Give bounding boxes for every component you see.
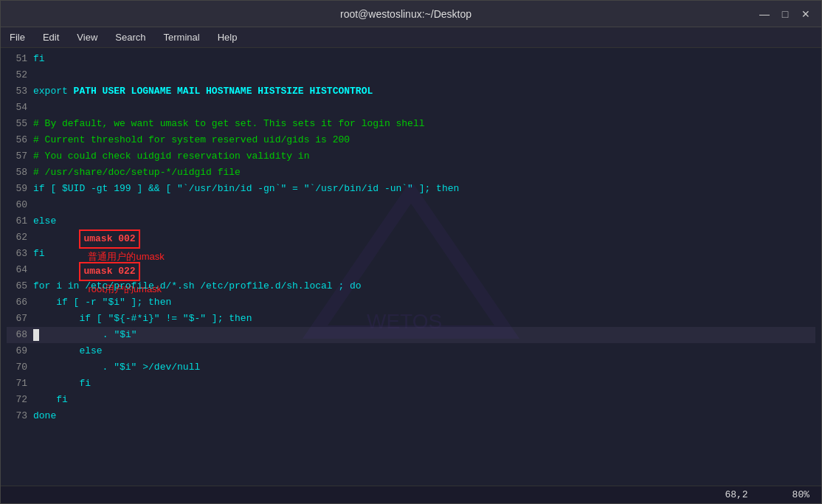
code-line-67: 67 if [ "${-#*i}" != "$-" ]; then — [7, 311, 815, 327]
title-bar: root@westoslinux:~/Desktop — □ ✕ — [1, 1, 821, 27]
code-line-70: 70 . "$i" >/dev/null — [7, 359, 815, 376]
cursor-position: 68,2 — [725, 489, 747, 500]
text-cursor — [33, 329, 39, 341]
maximize-button[interactable]: □ — [778, 8, 792, 20]
code-line-60: 60 umask 002 普通用户的umask — [7, 197, 815, 213]
code-line-53: 53 export PATH USER LOGNAME MAIL HOSTNAM… — [7, 83, 815, 100]
menu-terminal[interactable]: Terminal — [161, 30, 203, 44]
menu-edit[interactable]: Edit — [40, 30, 62, 44]
menu-bar: File Edit View Search Terminal Help — [1, 27, 821, 48]
code-line-69: 69 else — [7, 343, 815, 359]
code-line-73: 73 done — [7, 408, 815, 424]
code-line-68: 68 . "$i" — [7, 327, 815, 343]
code-line-54: 54 — [7, 100, 815, 116]
code-line-59: 59 if [ $UID -gt 199 ] && [ "`/usr/bin/i… — [7, 181, 815, 197]
code-line-52: 52 — [7, 67, 815, 83]
minimize-button[interactable]: — — [758, 8, 771, 20]
terminal-body[interactable]: WETOS 51 fi 52 53 export PATH USER LOGNA… — [1, 48, 821, 486]
code-line-72: 72 fi — [7, 392, 815, 408]
close-button[interactable]: ✕ — [799, 8, 812, 20]
menu-search[interactable]: Search — [112, 30, 148, 44]
code-line-55: 55 # By default, we want umask to get se… — [7, 116, 815, 132]
terminal-window: root@westoslinux:~/Desktop — □ ✕ File Ed… — [0, 0, 822, 504]
code-line-56: 56 # Current threshold for system reserv… — [7, 132, 815, 148]
code-line-65: 65 for i in /etc/profile.d/*.sh /etc/pro… — [7, 278, 815, 294]
window-title: root@westoslinux:~/Desktop — [54, 8, 758, 20]
code-line-66: 66 if [ -r "$i" ]; then — [7, 294, 815, 311]
menu-file[interactable]: File — [7, 30, 28, 44]
code-line-58: 58 # /usr/share/doc/setup-*/uidgid file — [7, 165, 815, 181]
code-line-71: 71 fi — [7, 376, 815, 392]
menu-help[interactable]: Help — [215, 30, 241, 44]
status-bar: 68,2 80% — [1, 486, 821, 503]
code-line-51: 51 fi — [7, 51, 815, 67]
code-line-57: 57 # You could check uidgid reservation … — [7, 148, 815, 165]
zoom-level: 80% — [792, 489, 809, 500]
code-line-62: 62 umask 022 root用户的umask — [7, 229, 815, 246]
menu-view[interactable]: View — [74, 30, 100, 44]
window-controls: — □ ✕ — [758, 8, 812, 20]
